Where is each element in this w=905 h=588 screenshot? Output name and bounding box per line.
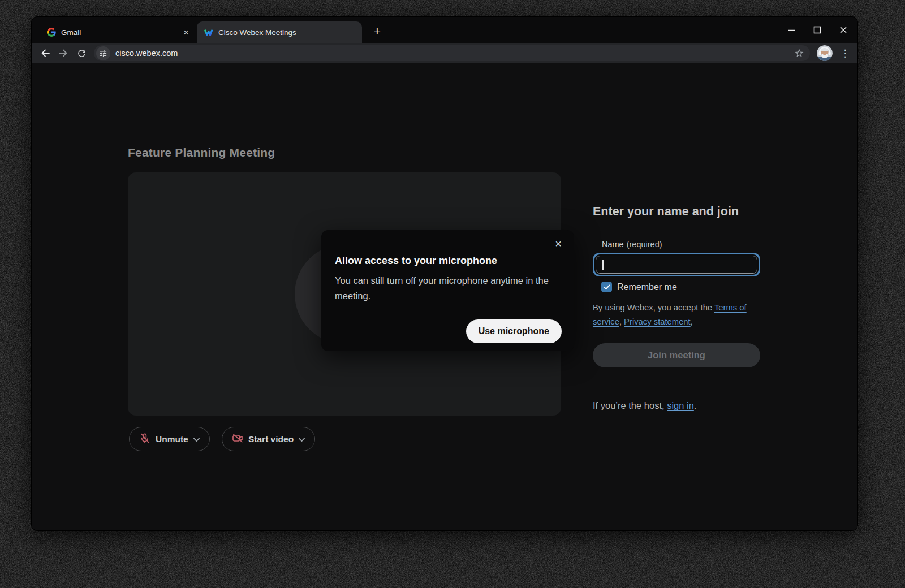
dialog-close-icon[interactable]: ×	[553, 237, 564, 250]
mic-muted-icon	[139, 433, 150, 446]
omnibox[interactable]: cisco.webex.com	[94, 45, 810, 61]
tab-gmail[interactable]: Gmail ×	[40, 21, 197, 43]
url-text[interactable]: cisco.webex.com	[115, 49, 792, 58]
webex-page: Feature Planning Meeting × Allow access …	[32, 63, 857, 530]
google-g-icon	[46, 28, 56, 37]
join-panel: Enter your name and join Name(required) …	[593, 205, 760, 411]
terms-prefix: By using Webex, you accept the	[593, 303, 714, 312]
name-field	[596, 256, 757, 274]
profile-avatar[interactable]	[817, 45, 833, 61]
start-video-label: Start video	[248, 434, 294, 444]
remember-me-row: Remember me	[593, 282, 760, 292]
microphone-permission-dialog: × Allow access to your microphone You ca…	[321, 230, 574, 351]
name-input[interactable]	[596, 256, 757, 273]
reload-button[interactable]	[74, 45, 89, 61]
browser-window: Gmail × Cisco Webex Meetings +	[32, 17, 857, 530]
join-meeting-button[interactable]: Join meeting	[593, 343, 760, 368]
dialog-body: You can still turn off your microphone a…	[335, 273, 563, 304]
terms-separator: ,	[619, 317, 624, 326]
unmute-button[interactable]: Unmute	[129, 427, 210, 451]
use-microphone-button[interactable]: Use microphone	[466, 319, 562, 343]
name-field-focus-ring	[593, 253, 760, 276]
new-tab-button[interactable]: +	[370, 24, 385, 38]
remember-me-label[interactable]: Remember me	[617, 282, 677, 292]
name-label-text: Name	[602, 240, 624, 249]
maximize-button[interactable]	[812, 25, 822, 35]
terms-text: By using Webex, you accept the Terms of …	[593, 301, 759, 329]
minimize-button[interactable]	[786, 25, 796, 35]
unmute-label: Unmute	[156, 434, 188, 444]
webex-icon	[204, 28, 213, 37]
tab-webex-active[interactable]: Cisco Webex Meetings	[197, 21, 362, 43]
join-heading: Enter your name and join	[593, 205, 760, 219]
bookmark-star-icon[interactable]	[792, 46, 807, 60]
chevron-down-icon[interactable]	[299, 434, 305, 444]
terms-suffix: ,	[691, 317, 693, 326]
start-video-button[interactable]: Start video	[222, 427, 315, 451]
text-caret	[602, 260, 604, 270]
host-prefix: If you’re the host,	[593, 400, 667, 410]
tab-title: Gmail	[61, 28, 181, 37]
forward-button[interactable]	[55, 45, 71, 61]
close-window-button[interactable]	[838, 25, 848, 35]
tab-title: Cisco Webex Meetings	[218, 28, 355, 37]
privacy-statement-link[interactable]: Privacy statement	[624, 317, 691, 326]
sign-in-link[interactable]: sign in	[667, 400, 694, 410]
window-controls	[786, 17, 848, 43]
back-button[interactable]	[37, 45, 53, 61]
browser-menu-icon[interactable]: ⋮	[838, 45, 852, 61]
browser-toolbar: cisco.webex.com ⋮	[32, 43, 857, 63]
name-field-label: Name(required)	[602, 240, 760, 249]
panel-divider	[593, 383, 757, 383]
name-required-text: (required)	[627, 240, 662, 249]
host-sign-in-line: If you’re the host, sign in.	[593, 400, 760, 411]
chevron-down-icon[interactable]	[193, 434, 200, 444]
tab-close-icon[interactable]: ×	[181, 27, 191, 38]
site-info-icon[interactable]	[96, 46, 110, 60]
tab-strip: Gmail × Cisco Webex Meetings +	[32, 17, 857, 43]
host-suffix: .	[694, 400, 697, 410]
meeting-title: Feature Planning Meeting	[128, 146, 275, 159]
dialog-title: Allow access to your microphone	[335, 255, 497, 267]
remember-me-checkbox[interactable]	[601, 282, 612, 292]
camera-off-icon	[232, 433, 243, 446]
